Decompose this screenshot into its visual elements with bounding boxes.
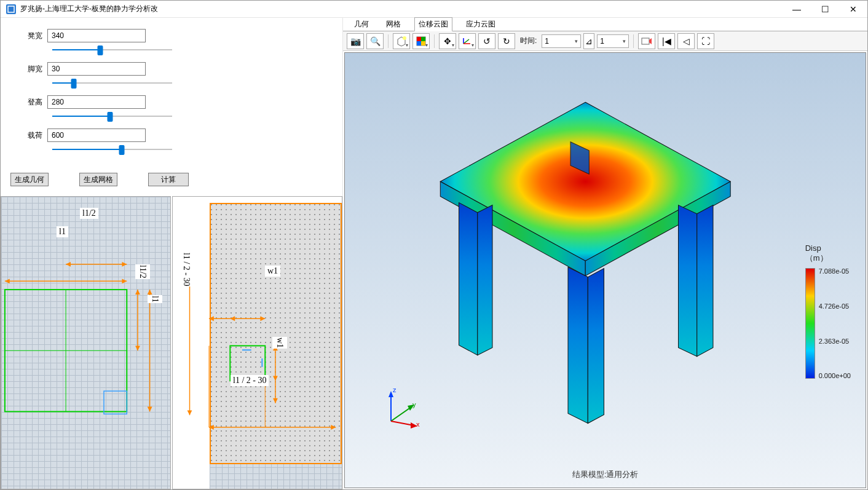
tab-displacement[interactable]: 位移云图 xyxy=(414,17,452,31)
expand-icon[interactable]: ⛶ xyxy=(697,33,714,49)
svg-marker-16 xyxy=(148,290,152,294)
svg-marker-38 xyxy=(331,425,336,430)
time-slider-tick[interactable]: ⊿ xyxy=(583,33,594,49)
legend-tick: 0.000e+00 xyxy=(819,372,851,379)
dim-label: w1 xyxy=(272,337,287,349)
param-row-height: 登高 xyxy=(13,95,330,109)
tab-geometry[interactable]: 几何 xyxy=(350,18,373,31)
viewport-caption: 结果模型:通用分析 xyxy=(572,469,639,480)
close-button[interactable]: ✕ xyxy=(839,1,867,18)
svg-rect-43 xyxy=(421,37,425,41)
param-input-width[interactable] xyxy=(47,29,146,42)
svg-marker-25 xyxy=(230,316,235,321)
generate-geometry-button[interactable]: 生成几何 xyxy=(10,173,49,186)
svg-marker-54 xyxy=(459,203,478,355)
param-label: 凳宽 xyxy=(13,31,47,41)
left-panel: 凳宽 脚宽 登高 载荷 xyxy=(1,18,342,489)
pan-icon[interactable]: ✥ xyxy=(439,33,456,49)
legend-title: Disp （m） xyxy=(805,243,851,263)
dim-label: l1 xyxy=(57,226,68,237)
viewport-toolbar: 📷 🔍 ✥ ↺ ↻ 时间: 1 ⊿ 1 |◀ ◁ ⛶ xyxy=(343,31,867,51)
svg-marker-58 xyxy=(678,205,696,357)
dim-label: l1 / 2 - 30 xyxy=(179,252,194,286)
svg-marker-11 xyxy=(122,279,127,283)
axis-x-label: x xyxy=(416,421,420,428)
maximize-button[interactable]: ☐ xyxy=(811,1,839,18)
svg-marker-35 xyxy=(273,398,278,403)
svg-marker-14 xyxy=(135,346,140,350)
svg-rect-49 xyxy=(642,38,649,44)
legend-tick: 7.088e-05 xyxy=(819,267,851,275)
app-window: 罗兆扬-上海理工大学-板凳的静力学分析改 — ☐ ✕ 凳宽 脚宽 xyxy=(0,0,868,490)
svg-rect-45 xyxy=(421,41,425,45)
legend-tick: 2.363e-05 xyxy=(819,338,851,345)
svg-marker-13 xyxy=(135,290,140,294)
slider-load[interactable] xyxy=(52,143,172,156)
record-icon[interactable] xyxy=(638,33,655,49)
svg-marker-55 xyxy=(478,205,492,355)
titlebar: 罗兆扬-上海理工大学-板凳的静力学分析改 — ☐ ✕ xyxy=(1,1,867,18)
prev-frame-icon[interactable]: ◁ xyxy=(677,33,695,49)
svg-line-63 xyxy=(391,407,411,421)
svg-rect-44 xyxy=(417,41,421,45)
dim-label: l1 / 2 - 30 xyxy=(231,375,269,386)
right-panel: 几何 网格 位移云图 应力云图 📷 🔍 ✥ ↺ ↻ 时间: 1 ⊿ 1 xyxy=(342,18,867,489)
svg-marker-7 xyxy=(66,262,71,267)
compute-button[interactable]: 计算 xyxy=(148,173,189,186)
legend-ticks: 7.088e-05 4.726e-05 2.363e-05 0.000e+00 xyxy=(819,267,851,379)
axis-y-label: y xyxy=(412,401,416,408)
svg-marker-33 xyxy=(273,376,278,381)
param-row-load: 载荷 xyxy=(13,128,330,142)
render-style-icon[interactable] xyxy=(393,33,410,49)
view-tabs: 几何 网格 位移云图 应力云图 xyxy=(343,18,867,31)
colorbar xyxy=(805,268,815,379)
time-step-select[interactable]: 1 xyxy=(597,34,629,48)
colormap-icon[interactable] xyxy=(412,33,430,49)
dim-label: l1 xyxy=(148,295,162,303)
minimize-button[interactable]: — xyxy=(783,1,811,18)
param-label: 脚宽 xyxy=(13,64,47,74)
window-title: 罗兆扬-上海理工大学-板凳的静力学分析改 xyxy=(20,4,783,14)
param-input-legwidth[interactable] xyxy=(47,62,146,76)
orient-icon[interactable] xyxy=(459,33,476,49)
slider-width[interactable] xyxy=(52,44,172,56)
app-icon xyxy=(6,4,17,15)
param-label: 载荷 xyxy=(13,130,47,141)
generate-mesh-button[interactable]: 生成网格 xyxy=(79,173,117,186)
svg-marker-59 xyxy=(697,205,713,357)
svg-marker-50 xyxy=(649,38,652,44)
first-frame-icon[interactable]: |◀ xyxy=(658,33,675,49)
svg-rect-5 xyxy=(104,391,127,414)
tab-mesh[interactable]: 网格 xyxy=(382,18,404,31)
time-label: 时间: xyxy=(520,36,537,46)
axis-triad: z y x xyxy=(382,387,425,432)
rotate-ccw-icon[interactable]: ↺ xyxy=(478,33,495,49)
svg-point-40 xyxy=(403,36,406,40)
camera-icon[interactable]: 📷 xyxy=(347,33,364,49)
slider-legwidth[interactable] xyxy=(52,77,172,89)
svg-marker-26 xyxy=(260,316,265,321)
param-row-legwidth: 脚宽 xyxy=(13,62,330,76)
svg-marker-57 xyxy=(588,268,604,423)
param-input-load[interactable] xyxy=(47,128,146,142)
axis-z-label: z xyxy=(393,386,397,393)
param-label: 登高 xyxy=(13,97,47,108)
rotate-cw-icon[interactable]: ↻ xyxy=(498,33,515,49)
sketch-view-right[interactable]: l1 / 2 - 30 w1 w1 l1 / 2 - 30 xyxy=(172,196,342,489)
tab-stress[interactable]: 应力云图 xyxy=(462,18,499,31)
param-input-height[interactable] xyxy=(47,95,146,109)
color-legend: Disp （m） 7.088e-05 4.726e-05 2.363e-05 0… xyxy=(805,243,851,379)
svg-marker-37 xyxy=(209,425,214,430)
svg-marker-23 xyxy=(187,411,192,416)
slider-height[interactable] xyxy=(52,110,172,122)
svg-line-47 xyxy=(464,39,469,44)
svg-marker-8 xyxy=(122,262,127,267)
sketch-view-left[interactable]: l1/2 l1 l1/2 l1 xyxy=(1,196,171,489)
result-viewport[interactable]: z y x 结果模型:通用分析 Disp （m） 7.088e-05 xyxy=(344,52,866,488)
sketch-area: l1/2 l1 l1/2 l1 xyxy=(1,196,342,489)
dim-label: l1/2 xyxy=(135,264,150,279)
window-controls: — ☐ ✕ xyxy=(783,1,862,18)
action-buttons: 生成几何 生成网格 计算 xyxy=(1,168,342,196)
time-select[interactable]: 1 xyxy=(542,34,581,48)
zoom-icon[interactable]: 🔍 xyxy=(366,33,384,49)
